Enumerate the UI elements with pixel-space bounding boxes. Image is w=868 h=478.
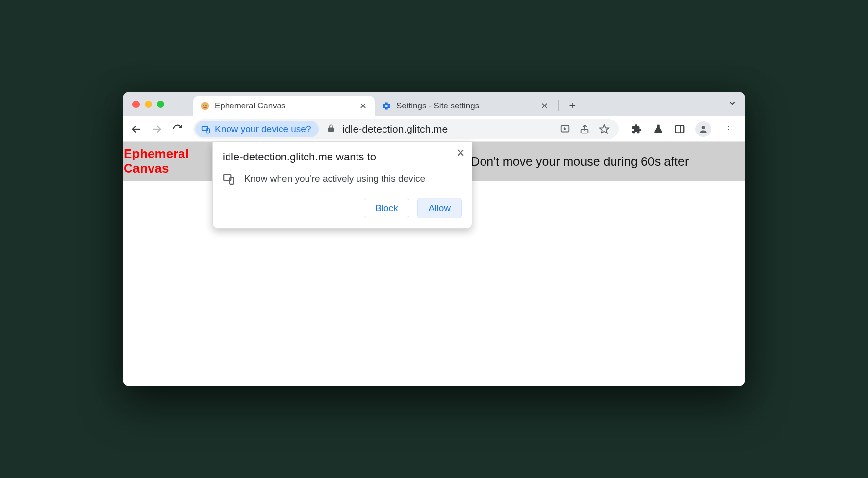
toolbar: Know your device use? idle-detection.gli…	[123, 116, 745, 142]
install-icon[interactable]	[559, 123, 571, 135]
tab-menu-button[interactable]	[728, 99, 737, 110]
forward-button[interactable]	[148, 120, 166, 138]
block-button-label: Block	[375, 203, 398, 213]
permission-buttons: Block Allow	[223, 198, 462, 218]
permission-item-label: Know when you're actively using this dev…	[244, 173, 425, 184]
omnibox-actions	[559, 123, 615, 135]
allow-button[interactable]: Allow	[417, 198, 462, 218]
gear-icon	[382, 101, 391, 111]
tab-ephemeral-canvas[interactable]: Ephemeral Canvas ✕	[193, 96, 375, 116]
permission-title: idle-detection.glitch.me wants to	[223, 151, 447, 163]
page-content: Ephemeral Canvas (Don't move your mouse …	[123, 142, 745, 386]
permission-dialog: ✕ idle-detection.glitch.me wants to Know…	[212, 142, 472, 229]
kebab-menu-icon[interactable]: ⋮	[721, 123, 736, 135]
instruction-text: (Don't move your mouse during 60s after	[467, 155, 689, 169]
close-icon[interactable]: ✕	[456, 147, 465, 159]
tab-settings[interactable]: Settings - Site settings ✕	[375, 96, 556, 116]
favicon-icon	[200, 101, 210, 111]
tab-title: Ephemeral Canvas	[215, 101, 353, 111]
url-text: idle-detection.glitch.me	[342, 123, 556, 135]
fullscreen-window-icon[interactable]	[157, 101, 164, 108]
svg-point-2	[205, 105, 207, 106]
address-bar[interactable]: Know your device use? idle-detection.gli…	[193, 119, 619, 139]
reload-button[interactable]	[169, 120, 186, 138]
svg-marker-9	[600, 124, 609, 133]
svg-rect-14	[230, 178, 234, 184]
tab-title: Settings - Site settings	[396, 101, 535, 111]
permission-item: Know when you're actively using this dev…	[223, 172, 462, 185]
permission-chip[interactable]: Know your device use?	[195, 121, 319, 137]
svg-point-0	[201, 102, 209, 110]
browser-window: Ephemeral Canvas ✕ Settings - Site setti…	[123, 92, 745, 386]
allow-button-label: Allow	[429, 203, 451, 213]
page-title-line1: Ephemeral	[124, 146, 189, 161]
svg-point-12	[702, 126, 705, 129]
extensions-area: ⋮	[626, 121, 740, 137]
block-button[interactable]: Block	[364, 198, 409, 218]
window-controls	[132, 101, 164, 108]
svg-rect-10	[676, 125, 684, 133]
lock-icon[interactable]	[327, 124, 335, 134]
permission-chip-label: Know your device use?	[215, 124, 311, 134]
back-button[interactable]	[128, 120, 145, 138]
svg-rect-6	[206, 129, 210, 133]
share-icon[interactable]	[579, 123, 590, 135]
bookmark-icon[interactable]	[598, 123, 610, 135]
page-title-line2: Canvas	[124, 161, 169, 176]
close-tab-icon[interactable]: ✕	[539, 101, 549, 111]
page-title: Ephemeral Canvas	[124, 147, 197, 176]
tab-strip: Ephemeral Canvas ✕ Settings - Site setti…	[123, 92, 745, 116]
close-tab-icon[interactable]: ✕	[358, 101, 368, 111]
svg-point-1	[203, 105, 204, 106]
labs-icon[interactable]	[652, 123, 664, 135]
profile-avatar[interactable]	[695, 121, 711, 137]
extensions-icon[interactable]	[631, 123, 642, 135]
minimize-window-icon[interactable]	[145, 101, 152, 108]
close-window-icon[interactable]	[132, 101, 140, 108]
side-panel-icon[interactable]	[674, 123, 686, 135]
new-tab-button[interactable]: +	[564, 98, 580, 113]
tabs: Ephemeral Canvas ✕ Settings - Site setti…	[193, 92, 580, 116]
tab-separator	[558, 100, 559, 111]
